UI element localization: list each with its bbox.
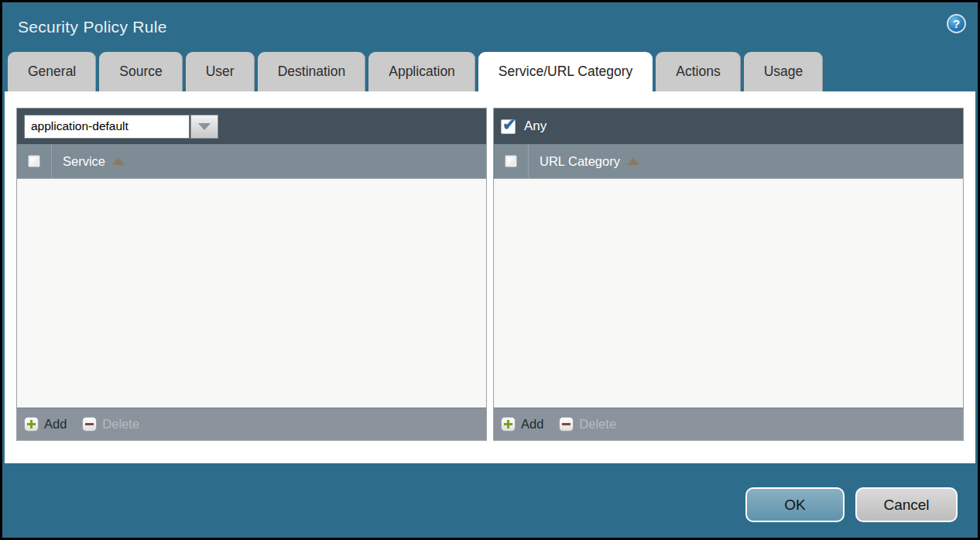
service-add-label: Add	[44, 417, 67, 432]
tab-destination[interactable]: Destination	[258, 52, 366, 91]
tab-general[interactable]: General	[8, 52, 96, 91]
url-category-delete-label: Delete	[579, 417, 616, 432]
url-category-column-header[interactable]: URL Category	[529, 154, 639, 169]
tab-actions[interactable]: Actions	[656, 52, 740, 91]
any-label: Any	[524, 119, 547, 134]
help-icon[interactable]: ?	[947, 14, 966, 33]
tab-application[interactable]: Application	[368, 52, 475, 91]
service-delete-label: Delete	[102, 417, 139, 432]
service-delete-button[interactable]: Delete	[82, 417, 139, 432]
url-category-panel-header: ✔ Any	[494, 108, 963, 144]
service-table-header: Service	[17, 144, 486, 179]
sort-ascending-icon	[627, 157, 639, 165]
tab-service-url-category[interactable]: Service/URL Category	[478, 52, 653, 91]
service-panel-footer: Add Delete	[17, 408, 486, 440]
url-category-table-header: URL Category	[494, 144, 963, 179]
url-category-column-label: URL Category	[540, 154, 620, 169]
minus-icon	[82, 417, 97, 432]
url-category-table-body[interactable]	[494, 179, 963, 408]
url-category-panel: ✔ Any URL Category	[493, 108, 964, 441]
sort-ascending-icon	[112, 157, 125, 165]
url-category-panel-footer: Add Delete	[494, 408, 963, 440]
service-select-all-cell	[17, 144, 52, 178]
ok-button[interactable]: OK	[745, 487, 845, 522]
tab-user[interactable]: User	[186, 52, 255, 91]
service-type-dropdown-button[interactable]	[190, 115, 218, 139]
service-table-body[interactable]	[17, 179, 486, 408]
dialog-title: Security Policy Rule	[18, 18, 167, 36]
tab-strip: General Source User Destination Applicat…	[2, 52, 978, 91]
url-category-add-label: Add	[521, 417, 543, 432]
dialog-titlebar: Security Policy Rule ?	[2, 2, 978, 52]
tab-source[interactable]: Source	[99, 52, 182, 91]
service-add-button[interactable]: Add	[24, 417, 67, 432]
checkmark-icon: ✔	[502, 115, 516, 134]
tab-usage[interactable]: Usage	[744, 52, 824, 91]
url-category-select-all-checkbox[interactable]	[505, 155, 517, 167]
cancel-button[interactable]: Cancel	[855, 487, 958, 522]
service-column-label: Service	[63, 154, 105, 169]
dialog-button-row: OK Cancel	[745, 487, 958, 522]
plus-icon	[24, 417, 39, 432]
security-policy-rule-dialog: Security Policy Rule ? General Source Us…	[0, 0, 980, 540]
url-category-delete-button[interactable]: Delete	[559, 417, 616, 432]
service-type-input[interactable]	[24, 115, 190, 139]
plus-icon	[501, 417, 516, 432]
minus-icon	[559, 417, 574, 432]
service-panel-header	[17, 108, 486, 144]
service-type-combobox	[24, 115, 218, 139]
url-category-select-all-cell	[494, 144, 529, 178]
service-select-all-checkbox[interactable]	[28, 155, 40, 167]
chevron-down-icon	[198, 123, 211, 130]
tab-content-service-url-category: Service Add Delete	[5, 91, 975, 463]
url-category-add-button[interactable]: Add	[501, 417, 543, 432]
service-column-header[interactable]: Service	[52, 154, 125, 169]
any-checkbox[interactable]: ✔	[501, 119, 516, 134]
service-panel: Service Add Delete	[16, 108, 487, 441]
